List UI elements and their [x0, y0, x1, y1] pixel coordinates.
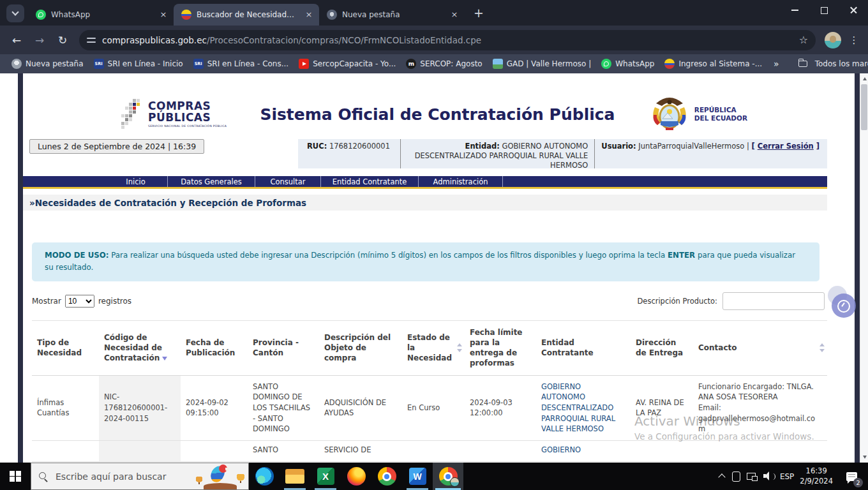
bookmark-item[interactable]: SRISRI en Línea - Inicio [89, 57, 188, 71]
column-header-9[interactable]: Dirección de Entrega [631, 320, 693, 375]
floating-extension-widget[interactable] [832, 293, 856, 318]
bookmark-label: Nueva pestaña [26, 59, 84, 68]
scroll-up-arrow[interactable] [860, 74, 868, 84]
forward-button[interactable]: → [29, 30, 50, 50]
page-scrollbar[interactable] [860, 73, 868, 463]
chrome-icon [378, 467, 396, 486]
column-header-5[interactable]: Descripción del Objeto de compra [319, 320, 402, 375]
bookmark-item[interactable]: GAD | Valle Hermoso | [488, 57, 597, 71]
bookmarks-bar: Nueva pestañaSRISRI en Línea - InicioSRI… [0, 54, 868, 73]
product-filter-input[interactable] [722, 292, 825, 310]
bookmark-item[interactable]: Ingreso al Sistema -... [659, 57, 767, 71]
column-header-7[interactable]: Fecha límite para la entrega de proforma… [465, 320, 536, 375]
start-button[interactable] [0, 463, 31, 490]
scroll-down-arrow[interactable] [860, 452, 868, 462]
ruc-label: RUC: [307, 142, 327, 151]
bookmark-label: GAD | Valle Hermoso | [507, 59, 592, 68]
cell-10 [693, 440, 827, 461]
column-header-4[interactable]: Provincia - Cantón [248, 320, 319, 375]
column-header-3[interactable]: Fecha de Publicación [181, 320, 248, 375]
bookmark-item[interactable]: SercopCapacita - Yo... [294, 57, 401, 71]
site-info-icon[interactable] [87, 36, 96, 44]
notification-center-button[interactable]: 2 [839, 463, 864, 490]
taskbar-clock[interactable]: 16:39 2/9/2024 [800, 466, 833, 486]
tray-device-icon[interactable] [730, 471, 741, 481]
scrollbar-thumb[interactable] [861, 84, 867, 130]
taskbar-firefox-button[interactable] [341, 463, 371, 490]
all-bookmarks-button[interactable]: Todos los marcadores [793, 57, 868, 70]
taskbar-chrome-button[interactable] [371, 463, 402, 490]
bookmark-label: Ingreso al Sistema -... [678, 59, 762, 68]
cell-6 [402, 440, 465, 461]
page-size-select[interactable]: 10 [65, 295, 94, 308]
main-nav: InicioDatos GeneralesConsultarEntidad Co… [23, 176, 827, 187]
profile-avatar[interactable] [825, 32, 841, 48]
cell-6: En Curso [402, 375, 465, 440]
table-header-row: Tipo de NecesidadCódigo de Necesidad de … [32, 320, 827, 375]
keyboard-language[interactable]: ESP [780, 472, 794, 481]
entidad-value: GOBIERNO AUTONOMO DESCENTRALIZADO PARROQ… [415, 142, 588, 170]
column-header-1[interactable]: Tipo de Necesidad [32, 320, 99, 375]
address-bar[interactable]: compraspublicas.gob.ec/ProcesoContrataci… [79, 30, 816, 50]
clock-widget-icon[interactable] [832, 293, 856, 318]
logo-tagline: SERVICIO NACIONAL DE CONTRATACIÓN PÚBLIC… [148, 124, 227, 128]
sort-desc-icon[interactable] [162, 357, 167, 360]
tray-expand-icon[interactable] [718, 473, 725, 480]
browser-tab[interactable]: Buscador de Necesidades de Co× [174, 4, 319, 26]
ecuador-favicon-icon [181, 10, 191, 20]
taskbar-edge-button[interactable] [249, 463, 280, 490]
browser-toolbar: ← → ↻ compraspublicas.gob.ec/ProcesoCont… [0, 26, 868, 54]
new-tab-button[interactable]: + [470, 4, 488, 22]
cell-8[interactable]: GOBIERNO AUTONOMO DESCENTRALIZADO PARROQ… [536, 375, 631, 440]
nav-item-consultar[interactable]: Consultar [255, 176, 321, 187]
sort-icon[interactable] [457, 343, 463, 352]
bookmark-label: SERCOP: Agosto [420, 59, 482, 68]
cell-8[interactable]: GOBIERNO [536, 440, 631, 461]
bookmark-item[interactable]: Nueva pestaña [6, 57, 89, 71]
close-window-button[interactable] [839, 0, 868, 20]
usuario-value: JuntaParroquialValleHermoso [638, 142, 744, 151]
nav-item-inicio[interactable]: Inicio [104, 176, 168, 187]
browser-tab[interactable]: Nueva pestaña× [319, 4, 465, 26]
tab-close-icon[interactable]: × [449, 10, 460, 20]
logout-link[interactable]: [ Cerrar Sesión ] [751, 142, 819, 151]
m-dark-icon: m [406, 59, 416, 69]
tab-search-button[interactable] [6, 4, 24, 22]
taskbar-excel-button[interactable] [310, 463, 341, 490]
bookmark-item[interactable]: mSERCOP: Agosto [401, 57, 487, 71]
republica-ecuador-logo: REPÚBLICA DEL ECUADOR [648, 96, 747, 133]
back-button[interactable]: ← [6, 30, 27, 50]
sort-icon[interactable] [819, 343, 825, 352]
column-header-2[interactable]: Código de Necesidad de Contratación [99, 320, 181, 375]
tab-close-icon[interactable]: × [158, 10, 168, 20]
browser-tab[interactable]: WhatsApp× [28, 4, 174, 26]
cell-5: SERVICIO DE [319, 440, 402, 461]
republica-line1: REPÚBLICA [694, 106, 747, 114]
nav-item-entidad-contratante[interactable]: Entidad Contratante [321, 176, 419, 187]
tab-close-icon[interactable]: × [304, 10, 314, 20]
bookmark-label: SRI en Línea - Cons... [207, 59, 288, 68]
logo-line2: PÚBLICAS [148, 112, 227, 124]
browser-menu-icon[interactable]: ⋮ [846, 34, 862, 46]
volume-icon[interactable] [763, 471, 774, 481]
reload-button[interactable]: ↻ [52, 30, 73, 50]
column-header-8[interactable]: Entidad Contratante [536, 320, 631, 375]
column-header-10[interactable]: Contacto [693, 320, 827, 375]
ruc-segment: RUC: 1768120600001 [298, 139, 396, 168]
taskbar-word-button[interactable] [402, 463, 433, 490]
nav-item-datos-generales[interactable]: Datos Generales [168, 176, 255, 187]
network-icon[interactable] [747, 471, 758, 481]
minimize-button[interactable] [780, 0, 809, 20]
bookmark-item[interactable]: SRISRI en Línea - Cons... [188, 57, 294, 71]
taskbar-explorer-button[interactable] [280, 463, 310, 490]
maximize-button[interactable] [809, 0, 839, 20]
url-path: /ProcesoContratacion/compras/NCO/FrmNCOL… [207, 35, 481, 45]
column-header-6[interactable]: Estado de la Necesidad [402, 320, 465, 375]
bookmark-item[interactable]: WhatsApp [596, 57, 659, 71]
bookmark-star-icon[interactable]: ☆ [799, 34, 808, 46]
taskbar-chrome-active-button[interactable] [433, 463, 463, 490]
nav-item-administracion[interactable]: Administración [419, 176, 503, 187]
bookmarks-overflow-button[interactable]: » [767, 59, 786, 69]
datetime-box: Lunes 2 de Septiembre de 2024 | 16:39 [29, 139, 204, 154]
taskbar-search[interactable]: Escribe aquí para buscar [31, 463, 249, 490]
